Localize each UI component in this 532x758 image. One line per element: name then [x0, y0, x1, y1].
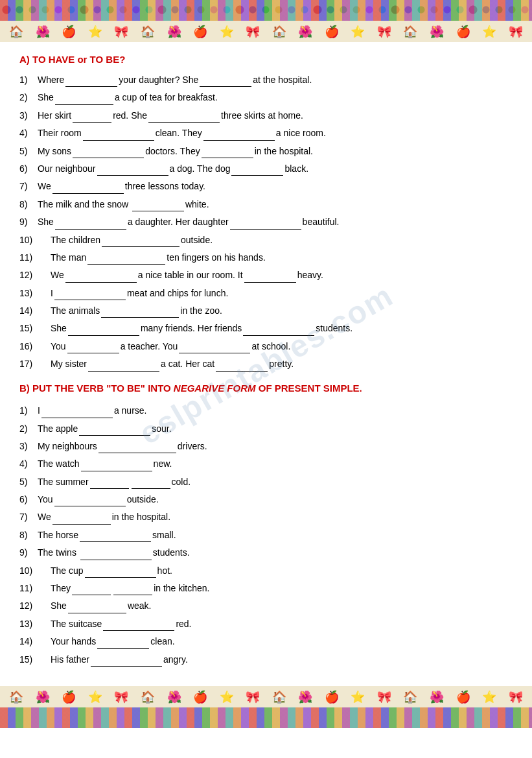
list-item: 12) Wea nice table in our room. Itheavy. [19, 268, 513, 282]
item-number: 17) [19, 357, 51, 371]
answer-blank [103, 622, 174, 631]
answer-blank [132, 480, 170, 489]
border-icon: 🌺 [36, 690, 50, 704]
answer-blank [80, 551, 152, 560]
list-item: 13) The suitcasered. [19, 617, 513, 631]
list-item: 6) Yououtside. [19, 492, 513, 506]
border-icon: ⭐ [351, 25, 365, 39]
answer-blank [79, 427, 150, 436]
item-text: The watchnew. [38, 456, 172, 471]
item-text: Wein the hospital. [38, 510, 170, 524]
answer-blank [85, 569, 156, 578]
list-item: 2) The applesour. [19, 421, 513, 436]
item-number: 8) [19, 528, 38, 542]
border-icon: 🎀 [246, 690, 260, 704]
list-item: 1) Ia nurse. [19, 403, 513, 418]
item-number: 4) [19, 456, 38, 471]
answer-blank [67, 344, 119, 353]
item-number: 1) [19, 73, 38, 87]
answer-blank [243, 327, 314, 336]
border-icon: 🎀 [509, 25, 523, 39]
answer-blank [148, 113, 220, 123]
item-number: 16) [19, 339, 51, 353]
section-a: A) TO HAVE or TO BE? 1) Whereyour daught… [19, 54, 513, 372]
section-b-title-suffix: OF PRESENT SIMPLE. [256, 383, 362, 394]
list-item: 11) Theyin the kitchen. [19, 581, 513, 595]
section-b: B) PUT THE VERB "TO BE" INTO NEGARIVE FO… [19, 381, 513, 667]
answer-blank [81, 462, 152, 471]
border-icon: 🌺 [167, 690, 181, 704]
item-text: My neighboursdrivers. [38, 439, 207, 453]
border-icon: 🍎 [193, 25, 207, 39]
list-item: 9) The twins students. [19, 545, 513, 560]
item-text: The animalsin the zoo. [51, 303, 222, 318]
bottom-border: 🏠 🌺 🍎 ⭐ 🎀 🏠 🌺 🍎 ⭐ 🎀 🏠 🌺 🍎 ⭐ 🎀 🏠 🌺 🍎 ⭐ 🎀 [0, 686, 532, 728]
answer-blank [98, 444, 176, 453]
item-text: The manten fingers on his hands. [51, 250, 266, 265]
answer-blank [55, 220, 126, 230]
border-icon: ⭐ [88, 690, 102, 704]
answer-blank [113, 586, 152, 595]
item-number: 14) [19, 634, 51, 648]
border-icon: 🏠 [141, 690, 155, 704]
item-number: 5) [19, 144, 38, 158]
item-number: 1) [19, 403, 38, 418]
list-item: 6) Our neighboura dog. The dogblack. [19, 161, 513, 176]
list-item: 15) His fatherangry. [19, 652, 513, 667]
list-item: 16) Youa teacher. Youat school. [19, 339, 513, 353]
item-text: Whereyour daughter? Sheat the hospital. [38, 73, 312, 87]
item-text: Yououtside. [38, 492, 159, 506]
border-icon: 🌺 [36, 25, 50, 39]
answer-blank [88, 362, 159, 372]
item-text: Their roomclean. Theya nice room. [38, 126, 326, 140]
item-text: The horsesmall. [38, 528, 176, 542]
item-number: 7) [19, 510, 38, 524]
border-icon: 🍎 [325, 25, 339, 39]
list-item: 8) The horsesmall. [19, 528, 513, 542]
answer-blank [244, 274, 296, 283]
section-b-title: B) PUT THE VERB "TO BE" INTO NEGARIVE FO… [19, 381, 513, 396]
item-text: Imeat and chips for lunch. [51, 286, 228, 300]
item-text: Shemany friends. Her friendsstudents. [51, 321, 353, 335]
border-icon: 🏠 [141, 25, 155, 39]
item-text: The cuphot. [51, 563, 172, 578]
answer-blank [230, 220, 301, 230]
item-text: Ia nurse. [38, 403, 146, 418]
border-icon: 🌺 [167, 25, 181, 39]
list-item: 7) Wein the hospital. [19, 510, 513, 524]
answer-blank [101, 309, 179, 318]
border-icon: 🎀 [114, 690, 128, 704]
item-text: Youa teacher. Youat school. [51, 339, 290, 353]
section-b-title-prefix: B) PUT THE VERB "TO BE" INTO [19, 383, 174, 394]
item-number: 3) [19, 439, 38, 453]
item-text: Sheweak. [51, 598, 152, 613]
item-number: 5) [19, 475, 38, 489]
list-item: 4) The watchnew. [19, 456, 513, 471]
item-number: 15) [19, 652, 51, 667]
answer-blank [72, 586, 111, 595]
answer-blank [68, 604, 126, 613]
answer-blank [54, 291, 126, 300]
item-number: 8) [19, 197, 38, 211]
list-item: 12) Sheweak. [19, 598, 513, 613]
item-text: Theyin the kitchen. [51, 581, 210, 595]
item-text: The suitcasered. [51, 617, 192, 631]
item-number: 6) [19, 161, 38, 176]
list-item: 13) Imeat and chips for lunch. [19, 286, 513, 300]
item-number: 12) [19, 598, 51, 613]
border-icon: 🏠 [9, 690, 23, 704]
border-icon: 🏠 [272, 25, 286, 39]
answer-blank [73, 113, 111, 123]
item-number: 6) [19, 492, 38, 506]
item-text: My sonsdoctors. Theyin the hospital. [38, 144, 313, 158]
item-text: Shea daughter. Her daughterbeautiful. [38, 215, 339, 229]
border-icon: 🍎 [62, 690, 76, 704]
item-text: The milk and the snow white. [38, 197, 209, 211]
item-number: 2) [19, 90, 38, 104]
list-item: 7) Wethree lessons today. [19, 179, 513, 193]
main-content: eslprintables.com A) TO HAVE or TO BE? 1… [0, 42, 532, 686]
border-icon: 🎀 [377, 690, 391, 704]
border-icon: 🍎 [456, 25, 470, 39]
border-icon: ⭐ [88, 25, 102, 39]
item-text: The summercold. [38, 475, 191, 489]
